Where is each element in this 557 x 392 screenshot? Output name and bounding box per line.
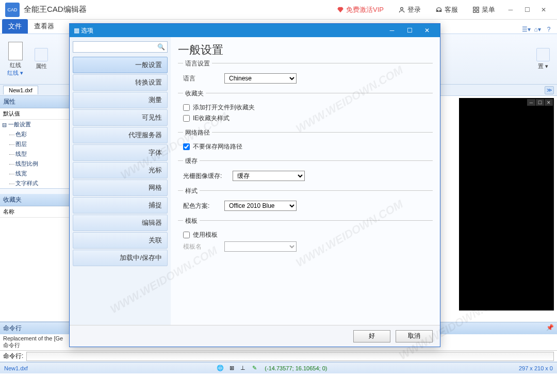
svg-rect-1 — [473, 7, 476, 9]
status-coords: (-14.73577; 16.10654; 0) — [261, 365, 330, 371]
gear-icon — [536, 48, 550, 61]
support-link[interactable]: 客服 — [435, 5, 458, 14]
add-to-favorites-checkbox[interactable] — [183, 104, 190, 111]
nav-snap[interactable]: 捕捉 — [73, 197, 168, 214]
fieldset-favorites: 收藏夹 添加打开文件到收藏夹 IE收藏夹样式 — [178, 93, 433, 130]
user-icon — [398, 6, 405, 13]
options-dialog: ▦ 选项 ─ ☐ ✕ 🔍 一般设置 转换设置 测量 可见性 代理服务器 字体 光… — [69, 23, 440, 347]
use-template-checkbox[interactable] — [183, 232, 190, 238]
nav-convert[interactable]: 转换设置 — [73, 74, 168, 91]
viewport-max-button[interactable]: ☐ — [536, 99, 544, 106]
dialog-minimize-button[interactable]: ─ — [383, 25, 401, 36]
ribbon-group-props[interactable]: 属性 — [30, 36, 52, 82]
minimize-button[interactable]: ─ — [502, 4, 519, 16]
dialog-close-button[interactable]: ✕ — [418, 25, 436, 36]
document-tab[interactable]: New1.dxf — [3, 86, 38, 94]
tree-item[interactable]: 线型 — [0, 149, 72, 159]
fieldset-cache: 缓存 光栅图像缓存: 缓存 — [178, 160, 433, 188]
layer-dropdown-icon[interactable]: ☰▾ — [522, 25, 530, 34]
template-name-select — [224, 241, 297, 252]
activate-vip-link[interactable]: 免费激活VIP — [337, 5, 384, 14]
ribbon-group-redline[interactable]: 红线 红线 ▾ — [3, 36, 27, 82]
document-icon — [8, 42, 23, 60]
nav-visibility[interactable]: 可见性 — [73, 109, 168, 126]
nav-measure[interactable]: 测量 — [73, 92, 168, 108]
help-icon[interactable]: ? — [545, 25, 553, 34]
colorscheme-select[interactable]: Office 2010 Blue — [224, 201, 297, 211]
ie-favorites-checkbox[interactable] — [183, 115, 190, 122]
nav-cursor[interactable]: 光标 — [73, 162, 168, 178]
fieldset-style: 样式 配色方案: Office 2010 Blue — [178, 190, 433, 218]
menu-link[interactable]: 菜单 — [472, 5, 495, 14]
tree-item[interactable]: 线宽 — [0, 169, 72, 178]
app-title: 全能王CAD编辑器 — [24, 5, 330, 14]
language-select[interactable]: Chinese — [224, 73, 297, 84]
fieldset-network: 网络路径 不要保存网络路径 — [178, 132, 433, 158]
rollup-button[interactable]: ≫ — [545, 86, 554, 94]
dialog-footer: 好 取消 — [70, 325, 440, 347]
ok-button[interactable]: 好 — [353, 330, 390, 342]
favorites-column: 名称 — [0, 206, 72, 218]
ribbon-tab-file[interactable]: 文件 — [2, 19, 28, 34]
tree-item[interactable]: 线型比例 — [0, 159, 72, 169]
cache-select[interactable]: 缓存 — [233, 171, 305, 181]
grid-icon — [472, 6, 480, 13]
svg-rect-4 — [477, 10, 479, 12]
nav-general[interactable]: 一般设置 — [73, 57, 168, 73]
commandline-input[interactable] — [26, 352, 554, 361]
props-icon — [35, 48, 48, 61]
tree-root[interactable]: 一般设置 — [0, 120, 72, 129]
status-ortho-icon[interactable]: ⊥ — [239, 364, 247, 372]
pin-icon[interactable]: 📌 — [546, 324, 554, 333]
status-bar: New1.dxf 🌐 ⊞ ⊥ ✎ (-14.73577; 16.10654; 0… — [0, 362, 557, 373]
nav-font[interactable]: 字体 — [73, 144, 168, 161]
drawing-viewport[interactable]: ─ ☐ ✕ — [459, 98, 554, 311]
dialog-maximize-button[interactable]: ☐ — [401, 25, 418, 36]
status-grid-icon[interactable]: ⊞ — [227, 364, 236, 372]
tree-item[interactable]: 图层 — [0, 139, 72, 149]
status-globe-icon[interactable]: 🌐 — [216, 364, 224, 372]
search-icon[interactable]: 🔍 — [157, 43, 165, 51]
nav-loadsave[interactable]: 加载中/保存中 — [73, 250, 168, 266]
cancel-button[interactable]: 取消 — [396, 330, 433, 342]
dialog-icon: ▦ — [74, 27, 79, 34]
status-snap-icon[interactable]: ✎ — [250, 364, 258, 372]
status-filename: New1.dxf — [0, 365, 32, 371]
viewport-min-button[interactable]: ─ — [527, 99, 535, 106]
close-button[interactable]: ✕ — [535, 4, 552, 16]
dialog-search-input[interactable] — [75, 44, 157, 50]
login-link[interactable]: 登录 — [398, 5, 421, 14]
nosave-netpath-checkbox[interactable] — [183, 143, 190, 150]
status-dimensions: 297 x 210 x 0 — [515, 365, 557, 371]
properties-panel-header[interactable]: 属性 — [0, 96, 72, 108]
tree-item[interactable]: 文字样式 — [0, 178, 72, 188]
cache-label: 光栅图像缓存: — [183, 172, 233, 181]
ribbon-group-far[interactable]: 置 ▾ — [532, 36, 554, 82]
svg-rect-3 — [473, 10, 476, 12]
dialog-titlebar[interactable]: ▦ 选项 ─ ☐ ✕ — [70, 24, 440, 37]
nav-editor[interactable]: 编辑器 — [73, 215, 168, 231]
nav-assoc[interactable]: 关联 — [73, 232, 168, 249]
maximize-button[interactable]: ☐ — [519, 4, 535, 16]
commandline-input-row: 命令行: — [0, 351, 557, 362]
svg-rect-2 — [477, 7, 479, 9]
prop-default[interactable]: 默认值 — [0, 108, 72, 120]
fieldset-language: 语言设置 语言 Chinese — [178, 63, 433, 91]
nav-proxy[interactable]: 代理服务器 — [73, 127, 168, 143]
app-header: CAD 全能王CAD编辑器 免费激活VIP 登录 客服 菜单 ─ ☐ ✕ — [0, 0, 557, 20]
dialog-title: 选项 — [81, 26, 383, 35]
language-label: 语言 — [183, 74, 224, 83]
svg-point-0 — [401, 7, 403, 10]
dialog-search[interactable]: 🔍 — [73, 41, 168, 53]
dialog-heading: 一般设置 — [178, 42, 433, 58]
template-name-label: 模板名 — [183, 242, 224, 251]
app-logo: CAD — [5, 3, 20, 17]
nav-grid[interactable]: 网格 — [73, 179, 168, 196]
tree-item[interactable]: 色彩 — [0, 129, 72, 139]
ribbon-tab-viewer[interactable]: 查看器 — [28, 19, 60, 34]
viewport-close-button[interactable]: ✕ — [545, 99, 553, 106]
home-icon[interactable]: ⌂▾ — [533, 25, 542, 34]
dialog-nav: 🔍 一般设置 转换设置 测量 可见性 代理服务器 字体 光标 网格 捕捉 编辑器… — [70, 37, 171, 325]
favorites-panel-header[interactable]: 收藏夹 — [0, 194, 72, 206]
fieldset-template: 模板 使用模板 模板名 — [178, 220, 433, 259]
